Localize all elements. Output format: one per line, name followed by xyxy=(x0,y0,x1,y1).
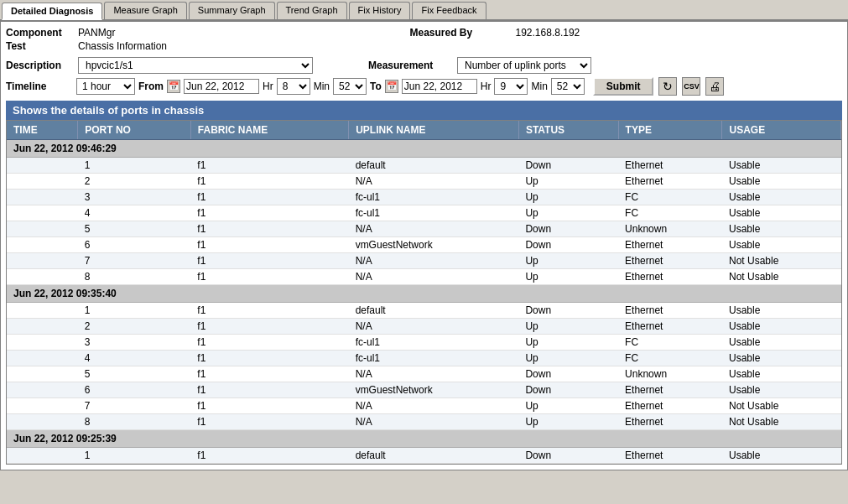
min-from-label: Min xyxy=(314,81,330,92)
cell-usage: Usable xyxy=(722,303,841,319)
cell-type: Ethernet xyxy=(618,174,722,190)
cell-time xyxy=(7,366,78,382)
table-row: 7f1N/AUpEthernetNot Usable xyxy=(7,253,841,269)
min-to-select[interactable]: 52 xyxy=(551,78,585,95)
cell-usage: Usable xyxy=(722,205,841,221)
cell-fabric: f1 xyxy=(190,269,348,285)
cell-port: 1 xyxy=(78,303,191,319)
cell-fabric: f1 xyxy=(190,382,348,398)
test-label: Test xyxy=(6,40,73,52)
table-row: 3f1fc-ul1UpFCUsable xyxy=(7,335,841,351)
cell-time xyxy=(7,335,78,351)
col-uplink-name: UPLINK NAME xyxy=(349,121,519,140)
cell-uplink: N/A xyxy=(349,319,519,335)
cell-type: Ethernet xyxy=(618,237,722,253)
from-calendar-icon[interactable]: 📅 xyxy=(167,80,180,93)
print-icon[interactable]: 🖨 xyxy=(705,77,724,96)
cell-status: Up xyxy=(518,174,618,190)
cell-type: Ethernet xyxy=(618,253,722,269)
tab-fix-history[interactable]: Fix History xyxy=(349,2,411,19)
cell-time xyxy=(7,174,78,190)
table-row: 8f1N/AUpEthernetNot Usable xyxy=(7,414,841,430)
tab-trend-graph[interactable]: Trend Graph xyxy=(277,2,347,19)
table-wrapper[interactable]: TIME PORT NO FABRIC NAME UPLINK NAME STA… xyxy=(6,120,842,465)
cell-type: Ethernet xyxy=(618,158,722,174)
description-label: Description xyxy=(6,60,73,71)
cell-port: 7 xyxy=(78,253,191,269)
cell-port: 2 xyxy=(78,319,191,335)
cell-usage: Not Usable xyxy=(722,398,841,414)
cell-usage: Usable xyxy=(722,351,841,366)
cell-fabric: f1 xyxy=(190,351,348,366)
cell-fabric: f1 xyxy=(190,366,348,382)
main-panel: Component PANMgr Measured By 192.168.8.1… xyxy=(0,21,848,470)
table-row: 2f1N/AUpEthernetUsable xyxy=(7,319,841,335)
table-row: 6f1vmGuestNetworkDownEthernetUsable xyxy=(7,237,841,253)
cell-time xyxy=(7,414,78,430)
to-date-input[interactable] xyxy=(402,79,477,94)
cell-fabric: f1 xyxy=(190,190,348,205)
table-header: TIME PORT NO FABRIC NAME UPLINK NAME STA… xyxy=(7,121,841,140)
cell-status: Up xyxy=(518,351,618,366)
cell-uplink: N/A xyxy=(349,174,519,190)
submit-button[interactable]: Submit xyxy=(593,77,654,96)
description-select[interactable]: hpvcic1/s1 xyxy=(78,57,313,74)
cell-uplink: fc-ul1 xyxy=(349,335,519,351)
col-fabric-name: FABRIC NAME xyxy=(190,121,348,140)
measurement-select[interactable]: Number of uplink ports xyxy=(457,57,591,74)
cell-port: 5 xyxy=(78,366,191,382)
cell-time xyxy=(7,382,78,398)
cell-status: Up xyxy=(518,414,618,430)
hr-from-select[interactable]: 8 xyxy=(277,78,310,95)
cell-port: 4 xyxy=(78,205,191,221)
cell-usage: Usable xyxy=(722,221,841,237)
cell-usage: Usable xyxy=(722,335,841,351)
table-row: 4f1fc-ul1UpFCUsable xyxy=(7,351,841,366)
cell-status: Up xyxy=(518,205,618,221)
cell-fabric: f1 xyxy=(190,158,348,174)
cell-port: 6 xyxy=(78,382,191,398)
tab-summary-graph[interactable]: Summary Graph xyxy=(189,2,275,19)
cell-fabric: f1 xyxy=(190,221,348,237)
cell-usage: Usable xyxy=(722,382,841,398)
cell-time xyxy=(7,319,78,335)
hr-to-select[interactable]: 9 xyxy=(494,78,528,95)
description-row: Description hpvcic1/s1 Measurement Numbe… xyxy=(6,57,842,74)
cell-type: FC xyxy=(618,190,722,205)
cell-uplink: fc-ul1 xyxy=(349,351,519,366)
cell-fabric: f1 xyxy=(190,253,348,269)
hr-from-label: Hr xyxy=(263,81,273,92)
cell-status: Up xyxy=(518,269,618,285)
min-from-select[interactable]: 52 xyxy=(333,78,367,95)
cell-usage: Usable xyxy=(722,366,841,382)
from-label: From xyxy=(138,81,164,92)
cell-fabric: f1 xyxy=(190,448,348,464)
section-header: Shows the details of ports in chassis xyxy=(6,101,842,120)
cell-status: Down xyxy=(518,221,618,237)
tab-detailed-diagnosis[interactable]: Detailed Diagnosis xyxy=(2,3,102,20)
csv-icon[interactable]: CSV xyxy=(682,77,700,96)
component-label: Component xyxy=(6,27,73,39)
duration-select[interactable]: 1 hour 2 hours 4 hours 8 hours 12 hours … xyxy=(76,78,135,95)
cell-fabric: f1 xyxy=(190,205,348,221)
tab-fix-feedback[interactable]: Fix Feedback xyxy=(412,2,486,19)
table-row: 4f1fc-ul1UpFCUsable xyxy=(7,205,841,221)
to-calendar-icon[interactable]: 📅 xyxy=(385,80,398,93)
tab-measure-graph[interactable]: Measure Graph xyxy=(104,2,186,19)
cell-status: Up xyxy=(518,253,618,269)
cell-type: Ethernet xyxy=(618,414,722,430)
cell-time xyxy=(7,303,78,319)
cell-usage: Usable xyxy=(722,174,841,190)
cell-usage: Not Usable xyxy=(722,414,841,430)
refresh-icon[interactable]: ↻ xyxy=(658,77,677,96)
cell-uplink: N/A xyxy=(349,414,519,430)
cell-type: FC xyxy=(618,335,722,351)
cell-type: Ethernet xyxy=(618,448,722,464)
cell-type: FC xyxy=(618,205,722,221)
timeline-row: Timeline 1 hour 2 hours 4 hours 8 hours … xyxy=(6,77,842,96)
cell-status: Down xyxy=(518,158,618,174)
cell-fabric: f1 xyxy=(190,398,348,414)
from-date-input[interactable] xyxy=(184,79,259,94)
cell-fabric: f1 xyxy=(190,414,348,430)
cell-type: Ethernet xyxy=(618,303,722,319)
